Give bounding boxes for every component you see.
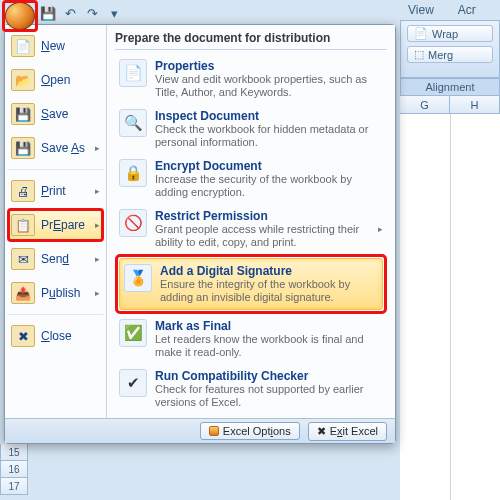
menu-label: Open [41, 73, 70, 87]
col-header-g[interactable]: G [400, 96, 450, 113]
submenu-title: Prepare the document for distribution [115, 31, 387, 50]
prepare-item-mark-final[interactable]: ✅ Mark as FinalLet readers know the work… [115, 314, 387, 364]
submenu-arrow-icon: ▸ [95, 186, 100, 196]
menu-item-save-as[interactable]: 💾 Save As ▸ [7, 131, 104, 165]
save-as-icon: 💾 [11, 137, 35, 159]
menu-item-new[interactable]: 📄 New [7, 29, 104, 63]
worksheet-grid[interactable] [400, 114, 500, 500]
column-headers: G H [400, 96, 500, 114]
prepare-submenu: Prepare the document for distribution 📄 … [107, 25, 395, 418]
open-icon: 📂 [11, 69, 35, 91]
menu-label: Save As [41, 141, 85, 155]
office-menu-footer: Excel Options ✖ Exit Excel [5, 418, 395, 443]
print-icon: 🖨 [11, 180, 35, 202]
prepare-icon: 📋 [11, 214, 35, 236]
menu-label: Publish [41, 286, 80, 300]
prepare-item-digital-signature[interactable]: 🏅 Add a Digital SignatureEnsure the inte… [119, 258, 383, 310]
row-header[interactable]: 16 [0, 461, 28, 478]
prepare-item-encrypt[interactable]: 🔒 Encrypt DocumentIncrease the security … [115, 154, 387, 204]
menu-item-save[interactable]: 💾 Save [7, 97, 104, 131]
menu-label: Save [41, 107, 68, 121]
prepare-item-restrict[interactable]: 🚫 Restrict PermissionGrant people access… [115, 204, 387, 254]
menu-item-print[interactable]: 🖨 Print ▸ [7, 169, 104, 208]
options-icon [209, 426, 219, 436]
excel-options-button[interactable]: Excel Options [200, 422, 300, 440]
menu-label: Close [41, 329, 72, 343]
annotation-highlight-signature: 🏅 Add a Digital SignatureEnsure the inte… [115, 254, 387, 314]
final-icon: ✅ [119, 319, 147, 347]
row-header[interactable]: 17 [0, 478, 28, 495]
submenu-arrow-icon: ▸ [95, 220, 100, 230]
button-label: Exit Excel [330, 425, 378, 437]
menu-item-open[interactable]: 📂 Open [7, 63, 104, 97]
ribbon-section-label: Alignment [400, 78, 500, 96]
menu-item-send[interactable]: ✉ Send ▸ [7, 242, 104, 276]
redo-icon[interactable]: ↷ [84, 5, 100, 21]
submenu-arrow-icon: ▸ [95, 143, 100, 153]
exit-excel-button[interactable]: ✖ Exit Excel [308, 422, 387, 441]
send-icon: ✉ [11, 248, 35, 270]
office-button[interactable] [5, 2, 35, 30]
menu-item-prepare[interactable]: 📋 PrEpare ▸ [7, 208, 104, 242]
office-menu-commands: 📄 New 📂 Open 💾 Save 💾 Save As ▸ 🖨 Print … [5, 25, 107, 418]
office-menu: 📄 New 📂 Open 💾 Save 💾 Save As ▸ 🖨 Print … [4, 24, 396, 444]
inspect-icon: 🔍 [119, 109, 147, 137]
tab-view[interactable]: View [400, 1, 442, 19]
menu-item-publish[interactable]: 📤 Publish ▸ [7, 276, 104, 310]
menu-label: New [41, 39, 65, 53]
prepare-item-properties[interactable]: 📄 PropertiesView and edit workbook prope… [115, 54, 387, 104]
new-icon: 📄 [11, 35, 35, 57]
prepare-item-compatibility[interactable]: ✔ Run Compatibility CheckerCheck for fea… [115, 364, 387, 414]
close-icon: ✖ [11, 325, 35, 347]
save-icon[interactable]: 💾 [40, 5, 56, 21]
row-header[interactable]: 15 [0, 444, 28, 461]
compat-icon: ✔ [119, 369, 147, 397]
button-label: Excel Options [223, 425, 291, 437]
encrypt-icon: 🔒 [119, 159, 147, 187]
merge-button[interactable]: ⬚Merg [407, 46, 493, 63]
menu-label: Print [41, 184, 66, 198]
publish-icon: 📤 [11, 282, 35, 304]
quick-access-toolbar: 💾 ↶ ↷ ▾ [40, 2, 122, 24]
undo-icon[interactable]: ↶ [62, 5, 78, 21]
menu-label: PrEpare [41, 218, 85, 232]
save-icon: 💾 [11, 103, 35, 125]
col-header-h[interactable]: H [450, 96, 500, 113]
ribbon-alignment-group: 📄Wrap ⬚Merg [400, 20, 500, 78]
submenu-arrow-icon: ▸ [95, 254, 100, 264]
menu-item-close[interactable]: ✖ Close [7, 314, 104, 353]
wrap-text-button[interactable]: 📄Wrap [407, 25, 493, 42]
submenu-arrow-icon: ▸ [95, 288, 100, 298]
signature-icon: 🏅 [124, 264, 152, 292]
qat-customize-icon[interactable]: ▾ [106, 5, 122, 21]
menu-label: Send [41, 252, 69, 266]
prepare-item-inspect[interactable]: 🔍 Inspect DocumentCheck the workbook for… [115, 104, 387, 154]
restrict-icon: 🚫 [119, 209, 147, 237]
row-headers: 15 16 17 [0, 444, 28, 495]
properties-icon: 📄 [119, 59, 147, 87]
exit-icon: ✖ [317, 425, 326, 438]
merge-icon: ⬚ [414, 48, 424, 61]
tab-acrobat[interactable]: Acr [450, 1, 484, 19]
wrap-icon: 📄 [414, 27, 428, 40]
submenu-arrow-icon: ▸ [378, 224, 383, 234]
